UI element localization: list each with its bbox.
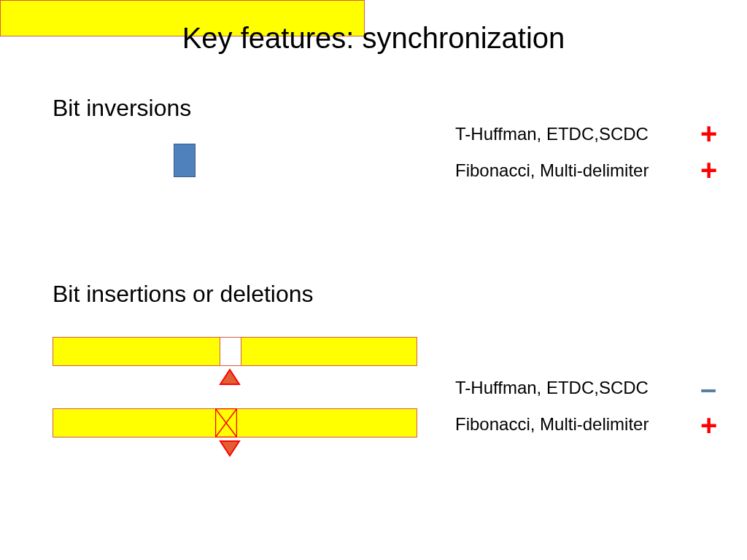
legend-row: T-Huffman, ETDC,SCDC — [455, 378, 649, 398]
minus-icon: – — [700, 374, 716, 403]
insertion-bar-right — [241, 337, 417, 366]
delete-arrow-down-icon — [219, 440, 241, 460]
section-heading-insdel: Bit insertions or deletions — [53, 281, 314, 308]
svg-marker-0 — [220, 370, 239, 384]
insert-arrow-up-icon — [219, 368, 241, 386]
legend-row: T-Huffman, ETDC,SCDC — [455, 124, 649, 144]
inverted-bit-block — [174, 144, 196, 177]
plus-icon: + — [700, 119, 717, 148]
slide-title: Key features: synchronization — [0, 22, 747, 55]
legend-row: Fibonacci, Multi-delimiter — [455, 414, 649, 435]
insertion-bar — [53, 337, 417, 366]
section-heading-inversions: Bit inversions — [53, 95, 191, 122]
insertion-bar-left — [53, 337, 220, 366]
plus-icon: + — [700, 411, 717, 440]
deleted-bit-icon — [215, 408, 237, 438]
plus-icon: + — [700, 155, 717, 184]
insertion-gap — [220, 337, 241, 366]
svg-marker-4 — [220, 441, 239, 456]
legend-row: Fibonacci, Multi-delimiter — [455, 160, 649, 181]
